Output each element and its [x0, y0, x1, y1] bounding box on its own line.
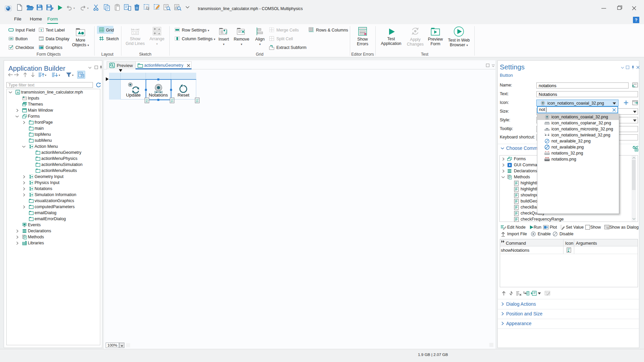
svg-text:1.23: 1.23	[39, 39, 43, 41]
svg-text:OK: OK	[9, 38, 13, 40]
svg-text:1.23: 1.23	[133, 32, 138, 34]
svg-text:T: T	[40, 28, 42, 32]
svg-text:A: A	[17, 91, 19, 94]
